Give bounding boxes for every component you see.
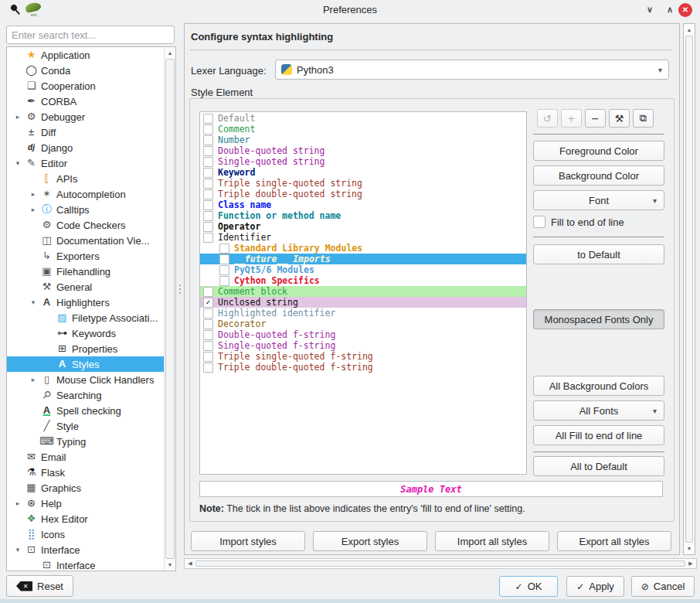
fill-checkbox[interactable] xyxy=(203,352,213,362)
tree-item-spell-checking[interactable]: ASpell checking xyxy=(7,403,175,418)
fill-checkbox[interactable] xyxy=(219,244,229,254)
export-all-styles-button[interactable]: Export all styles xyxy=(557,531,671,551)
expand-arrow-icon[interactable]: ▸ xyxy=(27,190,39,198)
fill-checkbox[interactable] xyxy=(203,287,213,297)
tree-item-hex-editor[interactable]: ❖Hex Editor xyxy=(7,511,175,526)
foreground-color-button[interactable]: Foreground Color xyxy=(533,141,664,161)
tree-item-email[interactable]: ✉Email xyxy=(7,449,175,465)
cancel-button[interactable]: ⊘Cancel xyxy=(631,576,695,597)
fill-checkbox[interactable] xyxy=(203,157,213,167)
scroll-down-icon[interactable]: ▼ xyxy=(684,543,695,554)
tree-item-debugger[interactable]: ▸⚙Debugger xyxy=(7,109,175,124)
fill-checkbox[interactable] xyxy=(203,146,213,156)
tree-item-editor[interactable]: ▾✎Editor xyxy=(7,155,175,171)
tree-item-cooperation[interactable]: ❏Cooperation xyxy=(7,78,175,94)
fill-checkbox[interactable] xyxy=(203,341,213,351)
collapse-arrow-icon[interactable]: ▾ xyxy=(12,159,24,167)
style-item-identifier[interactable]: Identifier xyxy=(200,232,526,243)
style-item-cython-specifics[interactable]: Cython Specifics xyxy=(200,275,526,286)
fill-to-end-checkbox[interactable] xyxy=(533,216,545,228)
tree-item-calltips[interactable]: ▸ⓘCalltips xyxy=(7,202,175,217)
wrench-button[interactable]: ⚒ xyxy=(609,109,630,128)
style-item-default[interactable]: Default xyxy=(200,113,526,124)
fill-checkbox[interactable] xyxy=(203,308,213,319)
lexer-language-select[interactable]: Python3 ▾ xyxy=(275,60,669,80)
fill-checkbox[interactable] xyxy=(203,330,213,340)
fill-checkbox[interactable] xyxy=(203,319,213,329)
fill-checkbox[interactable] xyxy=(219,254,229,264)
fill-checkbox[interactable] xyxy=(203,363,213,373)
tree-item-corba[interactable]: ✒CORBA xyxy=(7,94,175,109)
fill-checkbox[interactable] xyxy=(219,276,229,286)
fill-checkbox[interactable] xyxy=(203,211,213,221)
tree-scrollbar[interactable]: ▲ ▼ xyxy=(164,47,175,571)
tree-item-autocompletion[interactable]: ▸✶Autocompletion xyxy=(7,186,175,202)
style-item-comment[interactable]: Comment xyxy=(200,124,526,135)
style-item-triple-single-quoted-f-string[interactable]: Triple single-quoted f-string xyxy=(200,351,526,362)
all-fill-to-end-button[interactable]: All Fill to end of line xyxy=(533,425,664,445)
copy-button[interactable]: ⧉ xyxy=(633,109,654,128)
fill-checkbox[interactable] xyxy=(203,168,213,178)
monospaced-fonts-only-toggle[interactable]: Monospaced Fonts Only xyxy=(533,309,664,329)
tree-item-diff[interactable]: ±Diff xyxy=(7,124,175,140)
panel-horizontal-scrollbar[interactable]: ◀ ▶ xyxy=(184,558,697,569)
style-item-double-quoted-string[interactable]: Double-quoted string xyxy=(200,145,526,156)
fill-checkbox[interactable] xyxy=(203,135,213,145)
remove-button[interactable]: − xyxy=(585,109,606,128)
style-item-number[interactable]: Number xyxy=(200,135,526,145)
tree-item-apis[interactable]: ⟦APIs xyxy=(7,171,175,186)
tree-item-code-checkers[interactable]: ⚙Code Checkers xyxy=(7,217,175,233)
style-item-single-quoted-f-string[interactable]: Single-quoted f-string xyxy=(200,340,526,351)
style-item-standard-library-modules[interactable]: Standard Library Modules xyxy=(200,243,526,254)
collapse-arrow-icon[interactable]: ▾ xyxy=(12,546,24,554)
tree-item-help[interactable]: ▸⊛Help xyxy=(7,496,175,511)
ok-button[interactable]: ✓OK xyxy=(499,576,558,597)
close-button[interactable]: ✕ xyxy=(678,3,692,17)
style-item-triple-double-quoted-string[interactable]: Triple double-quoted string xyxy=(200,189,526,199)
style-item-triple-single-quoted-string[interactable]: Triple single-quoted string xyxy=(200,178,526,189)
fill-checkbox[interactable] xyxy=(203,179,213,189)
tree-item-filehandling[interactable]: ▣Filehandling xyxy=(7,264,175,279)
fill-checkbox[interactable] xyxy=(203,124,213,135)
import-all-styles-button[interactable]: Import all styles xyxy=(435,531,549,551)
to-default-button[interactable]: to Default xyxy=(533,244,664,264)
search-input[interactable] xyxy=(6,26,175,44)
tree-item-django[interactable]: djDjango xyxy=(7,140,175,155)
style-item-unclosed-string[interactable]: ✓Unclosed string xyxy=(200,297,526,308)
all-to-default-button[interactable]: All to Default xyxy=(533,456,664,476)
scrollbar-thumb[interactable] xyxy=(195,560,685,567)
tree-item-graphics[interactable]: ▦Graphics xyxy=(7,480,175,496)
background-color-button[interactable]: Background Color xyxy=(533,165,664,186)
tree-item-flask[interactable]: ⚗Flask xyxy=(7,465,175,480)
scroll-down-icon[interactable]: ▼ xyxy=(165,560,175,570)
fill-checkbox-checked[interactable]: ✓ xyxy=(203,298,213,308)
fill-checkbox[interactable] xyxy=(203,222,213,232)
tree-item-application[interactable]: ★Application xyxy=(7,47,175,63)
fill-checkbox[interactable] xyxy=(219,265,229,275)
tree-item-filetype-associati[interactable]: ▨Filetype Associati... xyxy=(7,310,175,325)
style-item-double-quoted-f-string[interactable]: Double-quoted f-string xyxy=(200,329,526,340)
style-item-highlighted-identifier[interactable]: Highlighted identifier xyxy=(200,308,526,319)
chevron-down-icon[interactable]: ∨ xyxy=(643,2,657,16)
style-item-operator[interactable]: Operator xyxy=(200,221,526,232)
all-background-colors-button[interactable]: All Background Colors xyxy=(533,376,664,396)
panel-vertical-scrollbar[interactable]: ▲ ▼ xyxy=(683,23,695,555)
tree-item-properties[interactable]: ⊞Properties xyxy=(7,341,175,356)
tree-item-style[interactable]: ╱Style xyxy=(7,418,175,434)
tree-item-exporters[interactable]: ↳Exporters xyxy=(7,248,175,264)
undo-button[interactable]: ↺ xyxy=(537,109,558,128)
scrollbar-thumb[interactable] xyxy=(685,36,693,543)
expand-arrow-icon[interactable]: ▸ xyxy=(27,206,39,213)
tree-item-searching[interactable]: ⚲Searching xyxy=(7,387,175,403)
tree-item-general[interactable]: ⚒General xyxy=(7,279,175,295)
all-fonts-button[interactable]: All Fonts▾ xyxy=(533,400,664,421)
expand-arrow-icon[interactable]: ▸ xyxy=(27,376,39,383)
style-item-comment-block[interactable]: Comment block xyxy=(200,286,526,297)
tree-item-interface[interactable]: ▾⊡Interface xyxy=(7,542,175,557)
style-item-single-quoted-string[interactable]: Single-quoted string xyxy=(200,156,526,167)
style-item-decorator[interactable]: Decorator xyxy=(200,319,526,329)
import-styles-button[interactable]: Import styles xyxy=(191,531,305,551)
style-item-keyword[interactable]: Keyword xyxy=(200,167,526,178)
style-item-pyqt5-6-modules[interactable]: PyQt5/6 Modules xyxy=(200,264,526,275)
style-item-function-or-method-name[interactable]: Function or method name xyxy=(200,210,526,221)
